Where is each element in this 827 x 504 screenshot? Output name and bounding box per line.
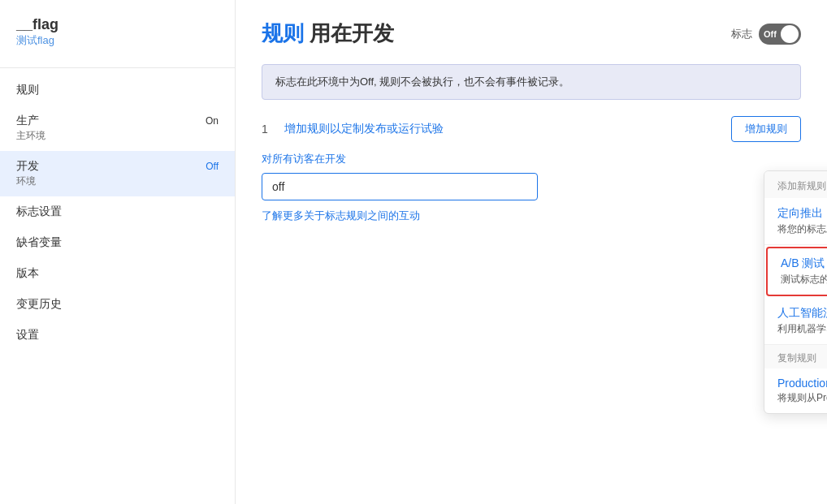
sidebar-item-default-vars[interactable]: 缺省变量 xyxy=(0,227,235,258)
dropdown-item-targeted[interactable]: 定向推出 将您的标志发送给与特定受众匹配的访问者。 xyxy=(764,198,827,245)
sidebar-item-change-history-title: 变更历史 xyxy=(16,297,62,312)
dropdown-item-ai-traffic-title: 人工智能流量调整 xyxy=(777,306,827,321)
dropdown-section-header-2: 复制规则 xyxy=(764,345,827,368)
dropdown-item-production-copy[interactable]: Production 将规则从Production到Development xyxy=(764,368,827,413)
visitors-label-prefix: 对所有访客在 xyxy=(262,153,325,165)
dropdown-item-ab-test[interactable]: A/B 测试 测试标志的多个版本以找到最佳版本。 xyxy=(766,247,827,296)
toggle-knob xyxy=(781,25,799,43)
rule-text: 增加规则以定制发布或运行试验 xyxy=(284,122,721,136)
sidebar-item-flag-settings[interactable]: 标志设置 xyxy=(0,196,235,227)
dropdown-item-ai-traffic-desc: 利用机器学习动态向表现最好的版本分配流量。 xyxy=(777,322,827,336)
alert-banner: 标志在此环境中为Off, 规则不会被执行，也不会有事件被记录。 xyxy=(262,64,801,100)
sidebar-item-change-history[interactable]: 变更历史 xyxy=(0,289,235,320)
sidebar-item-rules[interactable]: 规则 xyxy=(0,75,235,106)
alert-text: 标志在此环境中为Off, 规则不会被执行，也不会有事件被记录。 xyxy=(275,75,569,88)
sidebar-item-production-badge: On xyxy=(206,115,219,127)
dropdown-item-targeted-title: 定向推出 xyxy=(777,206,827,221)
sidebar-item-production[interactable]: 生产 主环境 On xyxy=(0,106,235,151)
sidebar-brand-title: __flag xyxy=(16,16,219,33)
toggle-switch[interactable]: Off xyxy=(759,24,801,45)
sidebar-item-versions[interactable]: 版本 xyxy=(0,258,235,289)
rule-row: 1 增加规则以定制发布或运行试验 增加规则 xyxy=(262,116,801,142)
learn-more-link[interactable]: 了解更多关于标志规则之间的互动 xyxy=(262,209,420,223)
dropdown-menu: 添加新规则 定向推出 将您的标志发送给与特定受众匹配的访问者。 A/B 测试 测… xyxy=(764,170,827,414)
toggle-container: 标志 Off xyxy=(731,24,801,45)
sidebar-divider xyxy=(0,67,235,68)
page-title-prefix: 规则 xyxy=(262,21,304,45)
add-rule-button[interactable]: 增加规则 xyxy=(731,116,801,142)
main-content: 规则 用在开发 标志 Off 标志在此环境中为Off, 规则不会被执行，也不会有… xyxy=(236,0,827,504)
sidebar-item-development[interactable]: 开发 环境 Off xyxy=(0,151,235,196)
rule-text-prefix: 增加 xyxy=(284,122,307,135)
sidebar-item-rules-title: 规则 xyxy=(16,83,39,97)
sidebar-item-versions-title: 版本 xyxy=(16,266,39,281)
rule-text-link: 规则 xyxy=(307,122,330,135)
sidebar-brand-subtitle[interactable]: 测试flag xyxy=(16,33,219,48)
sidebar: __flag 测试flag 规则 生产 主环境 On 开发 环境 Off 标志设… xyxy=(0,0,236,504)
sidebar-item-development-title: 开发 xyxy=(16,159,39,174)
visitors-input[interactable] xyxy=(262,173,538,200)
dropdown-item-production-desc: 将规则从Production到Development xyxy=(777,391,827,405)
dropdown-item-ab-test-desc: 测试标志的多个版本以找到最佳版本。 xyxy=(781,273,827,286)
sidebar-item-settings-title: 设置 xyxy=(16,328,39,342)
rule-text-suffix: 以定制发布或运行试验 xyxy=(330,122,444,135)
sidebar-item-production-title: 生产 xyxy=(16,114,45,128)
dropdown-section-header-1: 添加新规则 xyxy=(764,171,827,198)
sidebar-item-flag-settings-title: 标志设置 xyxy=(16,205,62,219)
dropdown-item-ai-traffic[interactable]: 人工智能流量调整 利用机器学习动态向表现最好的版本分配流量。 xyxy=(764,298,827,345)
page-title-suffix: 用在开发 xyxy=(310,21,394,45)
sidebar-item-default-vars-title: 缺省变量 xyxy=(16,235,62,250)
visitors-label: 对所有访客在开发 xyxy=(262,152,801,166)
sidebar-item-development-subtitle: 环境 xyxy=(16,174,39,188)
sidebar-item-development-badge: Off xyxy=(206,161,219,172)
sidebar-brand: __flag 测试flag xyxy=(0,16,235,61)
sidebar-item-production-subtitle: 主环境 xyxy=(16,129,45,143)
rule-number: 1 xyxy=(262,123,275,136)
dropdown-item-production-title: Production xyxy=(777,377,827,390)
main-header: 规则 用在开发 标志 Off xyxy=(262,19,801,48)
toggle-off-text: Off xyxy=(764,29,777,39)
sidebar-item-settings[interactable]: 设置 xyxy=(0,320,235,351)
dropdown-item-ab-test-title: A/B 测试 xyxy=(781,256,827,271)
toggle-label: 标志 xyxy=(731,27,752,41)
dropdown-item-targeted-desc: 将您的标志发送给与特定受众匹配的访问者。 xyxy=(777,222,827,236)
visitors-label-link: 开发 xyxy=(325,153,346,165)
page-title: 规则 用在开发 xyxy=(262,19,394,48)
